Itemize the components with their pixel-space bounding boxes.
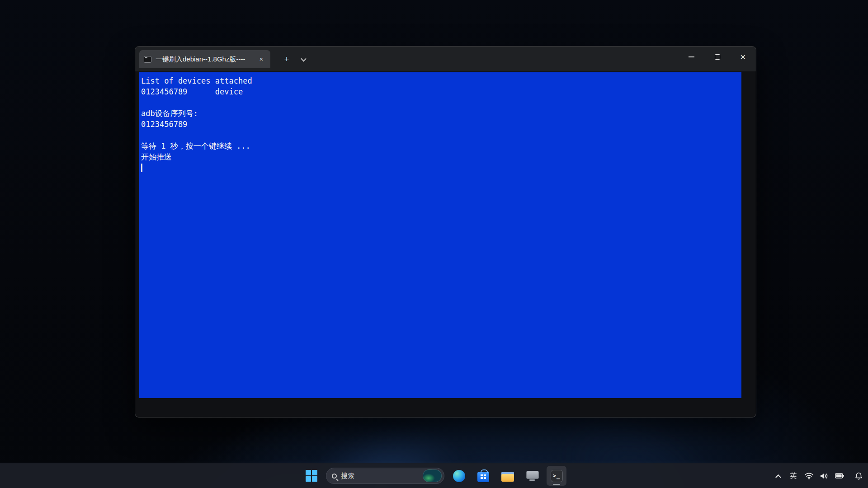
edge-icon	[453, 470, 465, 482]
microsoft-store-icon	[477, 472, 489, 482]
ime-indicator[interactable]: 英	[787, 467, 800, 485]
taskbar-item-file-explorer[interactable]	[498, 466, 518, 486]
system-stats-widget[interactable]: CPU: 3 % ↑: 0.00 KB/s RAM: 24 % ↓: 1.18 …	[4, 465, 73, 488]
notifications-button[interactable]	[852, 467, 865, 485]
cmd-icon	[144, 56, 151, 63]
taskbar-item-store[interactable]	[473, 466, 493, 486]
terminal-window: 一键刷入debian--1.8Ghz版---- × + × List of de…	[135, 46, 756, 418]
chevron-down-icon	[301, 56, 307, 61]
monitor-icon	[526, 471, 538, 481]
taskbar-item-terminal[interactable]: >_	[547, 466, 566, 486]
speaker-icon	[820, 473, 828, 479]
tab-dropdown-button[interactable]	[296, 53, 311, 66]
maximize-icon	[715, 54, 720, 60]
cpu-stat: CPU: 3 % ↑: 0.00 KB/s	[4, 486, 73, 488]
console-line: adb设备序列号:	[141, 108, 741, 119]
tab-title: 一键刷入debian--1.8Ghz版----	[156, 55, 256, 64]
terminal-icon: >_	[551, 470, 563, 482]
start-button[interactable]	[302, 466, 321, 486]
battery-button[interactable]	[833, 467, 846, 485]
new-tab-button[interactable]: +	[280, 53, 293, 66]
desktop-wallpaper: 一键刷入debian--1.8Ghz版---- × + × List of de…	[0, 0, 868, 488]
tab-close-button[interactable]: ×	[256, 54, 267, 65]
terminal-titlebar[interactable]: 一键刷入debian--1.8Ghz版---- × + ×	[135, 47, 756, 71]
taskbar-item-edge[interactable]	[449, 466, 469, 486]
bell-icon	[855, 472, 863, 480]
console-line: 等待 1 秒，按一个键继续 ...	[141, 141, 741, 151]
search-highlight-image	[423, 469, 442, 482]
ime-label: 英	[790, 472, 797, 480]
maximize-button[interactable]	[704, 47, 730, 67]
system-tray: 英	[771, 463, 865, 488]
minimize-button[interactable]	[679, 47, 704, 67]
minimize-icon	[689, 56, 694, 57]
taskbar: CPU: 3 % ↑: 0.00 KB/s RAM: 24 % ↓: 1.18 …	[0, 463, 868, 488]
volume-button[interactable]	[817, 467, 831, 485]
battery-icon	[835, 473, 844, 479]
console-line	[141, 130, 741, 141]
chevron-up-icon	[775, 474, 781, 480]
wifi-button[interactable]	[802, 467, 816, 485]
console-line: List of devices attached	[141, 75, 741, 86]
search-placeholder: 搜索	[341, 472, 419, 480]
window-controls: ×	[679, 47, 756, 67]
terminal-cursor	[141, 164, 142, 172]
wifi-icon	[805, 473, 813, 479]
console-line	[141, 97, 741, 108]
console-line: 0123456789	[141, 119, 741, 130]
close-button[interactable]: ×	[730, 47, 756, 67]
hidden-icons-button[interactable]	[771, 467, 785, 485]
terminal-body: List of devices attached 0123456789 devi…	[135, 71, 756, 417]
folder-icon	[501, 472, 514, 482]
taskbar-center: 搜索 >_	[302, 463, 566, 488]
console-line: 0123456789 device	[141, 86, 741, 97]
windows-logo-icon	[306, 470, 317, 482]
terminal-tab[interactable]: 一键刷入debian--1.8Ghz版---- ×	[139, 50, 270, 68]
search-icon	[332, 474, 337, 479]
console-line: 开始推送	[141, 151, 741, 162]
taskbar-item-pc[interactable]	[522, 466, 542, 486]
console-output[interactable]: List of devices attached 0123456789 devi…	[139, 72, 741, 398]
search-box[interactable]: 搜索	[326, 468, 444, 484]
